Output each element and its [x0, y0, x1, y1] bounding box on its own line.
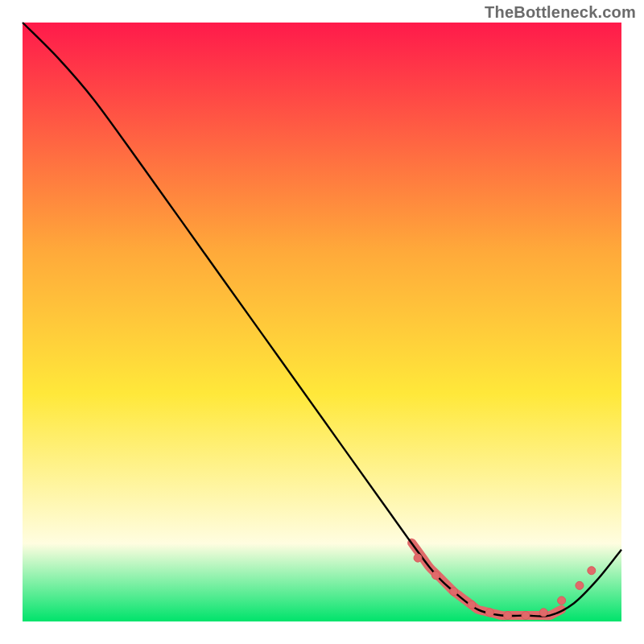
marker-dot — [414, 554, 422, 562]
marker-dot — [576, 581, 584, 589]
chart-stage: TheBottleneck.com — [0, 0, 644, 644]
marker-dot — [450, 588, 458, 596]
marker-dot — [558, 597, 566, 605]
marker-dot — [522, 612, 530, 620]
chart-svg — [0, 0, 644, 644]
marker-dot — [588, 567, 596, 575]
gradient-background — [23, 23, 621, 621]
marker-dot — [539, 609, 547, 617]
marker-dot — [431, 572, 440, 580]
marker-dot — [485, 609, 493, 617]
marker-dot — [504, 612, 512, 620]
marker-dot — [468, 601, 476, 609]
